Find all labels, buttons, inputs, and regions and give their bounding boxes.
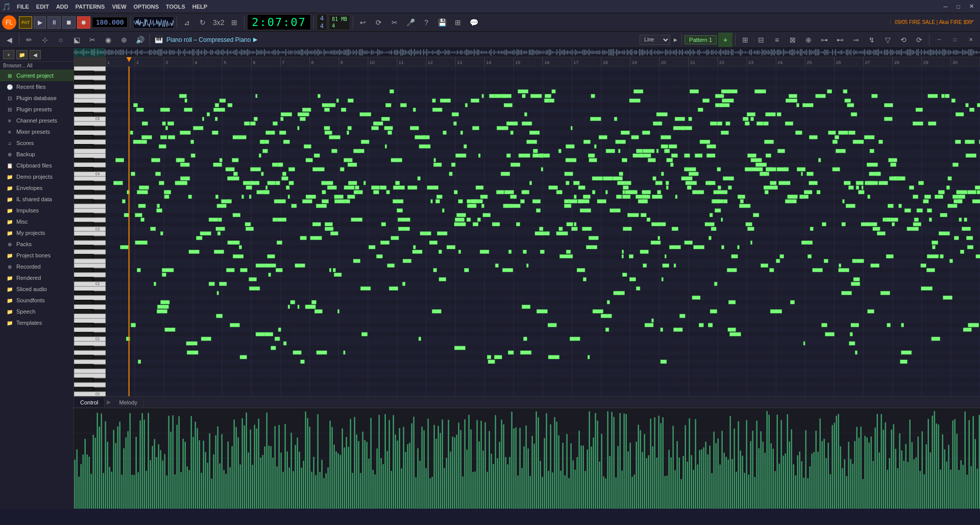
tab-control[interactable]: Control: [74, 398, 105, 407]
mic-btn[interactable]: 🎤: [403, 15, 418, 30]
sidebar-item-plugin-presets[interactable]: ⊟ Plugin presets: [0, 104, 74, 115]
sidebar-item-packs[interactable]: ⊛ Packs: [0, 238, 74, 250]
sidebar-folder-btn[interactable]: 📁: [16, 50, 28, 59]
sidebar-item-speech[interactable]: 📁 Speech: [0, 306, 74, 317]
pr-mute-btn[interactable]: ◉: [101, 33, 115, 47]
sidebar-item-scores[interactable]: ♫ Scores: [0, 137, 74, 149]
current-project-label: Current project: [16, 73, 54, 79]
sidebar-item-backup[interactable]: ⊛ Backup: [0, 149, 74, 160]
window-maximize[interactable]: □: [952, 3, 964, 11]
note-grid[interactable]: [106, 66, 980, 396]
sidebar-item-my-projects[interactable]: 📁 My projects: [0, 227, 74, 238]
pattern-ctrl-5[interactable]: ⊕: [801, 33, 816, 47]
sidebar-item-templates[interactable]: 📁 Templates: [0, 317, 74, 328]
sidebar-item-sliced-audio[interactable]: 📁 Sliced audio: [0, 283, 74, 295]
pat-button[interactable]: PAT: [19, 16, 32, 29]
menu-view[interactable]: VIEW: [109, 3, 129, 11]
pr-zoom-btn[interactable]: ⊕: [117, 33, 131, 47]
sidebar-add-btn[interactable]: +: [3, 50, 14, 59]
sidebar-item-project-bones[interactable]: 📁 Project bones: [0, 250, 74, 261]
piano-roll-ruler[interactable]: [74, 57, 980, 66]
menu-edit[interactable]: EDIT: [33, 3, 52, 11]
velocity-area[interactable]: [74, 408, 980, 509]
sidebar-item-rendered[interactable]: 📁 Rendered: [0, 272, 74, 283]
sidebar-item-plugin-database[interactable]: ⊡ Plugin database: [0, 92, 74, 104]
sidebar-item-soundfonts[interactable]: 📁 Soundfonts: [0, 295, 74, 306]
pattern-ctrl-6[interactable]: ⊶: [817, 33, 831, 47]
play-button[interactable]: ▶: [34, 16, 46, 29]
pattern-ctrl-2[interactable]: ⊟: [754, 33, 768, 47]
back-btn[interactable]: ◀: [2, 33, 16, 47]
pattern-ctrl-7[interactable]: ⊷: [833, 33, 847, 47]
record-button[interactable]: ⏺: [77, 16, 90, 29]
mixer-btn[interactable]: ⊞: [227, 15, 241, 30]
pr-win-max[interactable]: □: [948, 33, 962, 47]
menu-tools[interactable]: TOOLS: [163, 3, 188, 11]
notes-canvas[interactable]: [106, 66, 980, 396]
pattern-ctrl-9[interactable]: ↯: [865, 33, 879, 47]
pr-erase-btn[interactable]: ⬕: [69, 33, 84, 47]
undo-btn[interactable]: ↩: [356, 15, 370, 30]
pattern-ctrl-4[interactable]: ⊠: [786, 33, 800, 47]
mini-waveform-canvas: [134, 17, 174, 29]
pr-select-btn[interactable]: ⊹: [38, 33, 52, 47]
pr-listen-btn[interactable]: 🔊: [133, 33, 147, 47]
stop-button[interactable]: ⏹: [62, 16, 76, 29]
piano-roll-panel: Control ▶ Melody: [74, 48, 980, 509]
mixer-presets-icon: ≡: [6, 129, 13, 135]
metronome-btn[interactable]: ⊿: [180, 15, 194, 30]
window-minimize[interactable]: ─: [940, 3, 952, 11]
tab-melody[interactable]: Melody: [113, 398, 143, 407]
sidebar-item-mixer-presets[interactable]: ≡ Mixer presets: [0, 126, 74, 137]
menu-options[interactable]: OPTIONS: [131, 3, 162, 11]
loop-btn[interactable]: ↻: [195, 15, 210, 30]
pr-deselect-btn[interactable]: ○: [54, 33, 68, 47]
save-btn[interactable]: 💾: [435, 15, 449, 30]
sidebar-item-impulses[interactable]: 📁 Impulses: [0, 205, 74, 216]
sidebar-item-clipboard-files[interactable]: 📋 Clipboard files: [0, 160, 74, 171]
pr-cut-btn[interactable]: ✂: [85, 33, 100, 47]
menu-patterns[interactable]: PATTERNS: [72, 3, 108, 11]
fl-logo[interactable]: FL: [2, 15, 16, 30]
chat-btn[interactable]: 💬: [467, 15, 481, 30]
sidebar-item-recorded[interactable]: ⊛ Recorded: [0, 261, 74, 272]
tempo-display[interactable]: 180.000: [92, 17, 128, 28]
sidebar-item-recent-files[interactable]: 🕐 Recent files: [0, 81, 74, 92]
pattern-ctrl-10[interactable]: ▽: [880, 33, 895, 47]
redo-btn[interactable]: ⟳: [372, 15, 386, 30]
sidebar-item-current-project[interactable]: ⊞ Current project: [0, 70, 74, 81]
menu-help[interactable]: HELP: [189, 3, 210, 11]
sep7: [150, 34, 150, 46]
pattern-add-btn[interactable]: +: [718, 33, 732, 47]
pattern-ctrl-11[interactable]: ⟲: [896, 33, 911, 47]
mode-select[interactable]: Line Curve: [640, 35, 670, 45]
window-close[interactable]: ✕: [965, 2, 978, 11]
piano-keys-canvas[interactable]: [74, 66, 106, 396]
pattern-ctrl-8[interactable]: ⊸: [849, 33, 863, 47]
sidebar-item-envelopes[interactable]: 📁 Envelopes: [0, 182, 74, 194]
pause-button[interactable]: ⏸: [47, 16, 61, 29]
cut-btn[interactable]: ✂: [387, 15, 402, 30]
save-as-btn[interactable]: ⊞: [451, 15, 465, 30]
mode-arrow-btn[interactable]: ▶: [672, 33, 679, 47]
pr-pencil-btn[interactable]: ✏: [22, 33, 36, 47]
menu-file[interactable]: FILE: [14, 3, 32, 11]
sidebar-back-btn[interactable]: ◀: [30, 50, 41, 59]
pr-win-close[interactable]: ✕: [964, 33, 978, 47]
count-in-btn[interactable]: 3x2: [211, 15, 226, 30]
sidebar-item-demo-projects[interactable]: 📁 Demo projects: [0, 171, 74, 182]
pr-win-min[interactable]: ─: [932, 33, 946, 47]
pr-title-arrow[interactable]: ▶: [253, 36, 257, 43]
sidebar-item-channel-presets[interactable]: ≡ Channel presets: [0, 115, 74, 126]
help-btn[interactable]: ?: [419, 15, 433, 30]
sale-banner: 09/05 FIRE SALE | Akai FIRE $99*: [890, 19, 978, 25]
pattern-display[interactable]: Pattern 1: [684, 35, 717, 44]
pattern-ctrl-3[interactable]: ≡: [770, 33, 784, 47]
menu-add[interactable]: ADD: [53, 3, 71, 11]
sidebar-item-misc[interactable]: 📁 Misc: [0, 216, 74, 227]
sidebar-item-il-shared-data[interactable]: 📁 IL shared data: [0, 194, 74, 205]
pattern-ctrl-1[interactable]: ⊞: [738, 33, 752, 47]
clipboard-icon: 📋: [6, 163, 13, 169]
pattern-ctrl-12[interactable]: ⟳: [912, 33, 926, 47]
plugin-presets-label: Plugin presets: [16, 106, 52, 112]
